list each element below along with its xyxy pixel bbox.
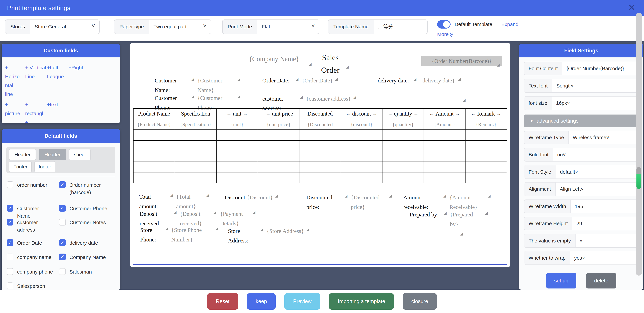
resize-handle-icon[interactable] [488, 194, 492, 199]
tab-sheet[interactable]: sheet [69, 149, 91, 160]
field-prepared-by[interactable]: Prepared by: {Prepared by} [410, 210, 489, 229]
bold-font-select[interactable]: Bold font no [524, 148, 639, 162]
more-link[interactable]: More [437, 32, 448, 37]
resize-handle-icon[interactable] [353, 96, 357, 100]
add-picture-link[interactable]: + picture [5, 100, 22, 118]
import-template-button[interactable]: Importing a template [329, 293, 394, 310]
reset-button[interactable]: Reset [207, 293, 238, 310]
field-total-amount[interactable]: Total amount: {Total amount} [139, 192, 210, 211]
wireframe-width-field[interactable]: Wireframe Width 195 [524, 199, 639, 213]
resize-handle-icon[interactable] [216, 227, 219, 231]
resize-handle-icon[interactable] [174, 211, 178, 215]
checkbox-icon[interactable] [7, 205, 14, 212]
page-scrollbar[interactable] [636, 13, 642, 275]
checkbox-icon[interactable] [7, 239, 14, 246]
tab-footer-2[interactable]: footer [34, 161, 55, 172]
resize-handle-icon[interactable] [170, 194, 174, 198]
resize-handle-icon[interactable] [463, 99, 466, 103]
checkbox-icon[interactable] [59, 268, 66, 275]
alignment-select[interactable]: Alignment Align Left [524, 182, 639, 196]
resize-handle-icon[interactable] [444, 211, 448, 216]
checkbox-delivery-date[interactable]: delivery date [59, 239, 110, 247]
resize-handle-icon[interactable] [260, 228, 264, 232]
expand-link[interactable]: Expand [502, 22, 518, 27]
field-payment-details[interactable]: {Payment Details} [220, 209, 256, 228]
paper-type-select[interactable]: Paper type Two equal part [114, 20, 211, 34]
delete-button[interactable]: delete [586, 273, 616, 288]
checkbox-icon[interactable] [7, 219, 14, 225]
checkbox-icon[interactable] [59, 239, 66, 246]
resize-handle-icon[interactable] [485, 211, 489, 216]
checkbox-customer-notes[interactable]: Customer Notes [59, 219, 110, 226]
closure-button[interactable]: closure [402, 293, 437, 310]
field-discount[interactable]: Discount: {Discount} [224, 193, 279, 202]
close-icon[interactable]: ✕ [628, 3, 635, 12]
wireframe-type-select[interactable]: Wireframe Type Wireless frame [524, 131, 639, 144]
resize-handle-icon[interactable] [238, 77, 241, 82]
resize-handle-icon[interactable] [300, 96, 304, 100]
add-right-link[interactable]: +Right [68, 63, 90, 72]
template-name-field[interactable]: Template Name 二等分 [328, 20, 428, 34]
resize-handle-icon[interactable] [192, 95, 195, 99]
resize-handle-icon[interactable] [238, 95, 241, 99]
resize-handle-icon[interactable] [414, 77, 417, 82]
checkbox-salesperson-phone[interactable]: Salesperson Phone [7, 282, 47, 290]
checkbox-customer-phone[interactable]: Customer Phone [59, 205, 110, 212]
stores-select[interactable]: Stores Store General [5, 20, 100, 34]
font-content-field[interactable]: Font Content {Order Number(Barcode)} [524, 62, 639, 75]
checkbox-icon[interactable] [7, 268, 14, 275]
resize-handle-icon[interactable] [253, 211, 256, 215]
field-order-date[interactable]: Order Date: {Order Date} [262, 76, 339, 85]
preview-button[interactable]: Preview [284, 293, 320, 310]
field-amount-receivable[interactable]: Amount receivable: {Amount Receivable} [403, 193, 492, 212]
template-sheet[interactable]: {Company Name} Sales Order {Order Number… [133, 46, 507, 265]
checkbox-icon[interactable] [7, 181, 14, 188]
doc-title[interactable]: Sales Order [314, 51, 347, 76]
checkbox-icon[interactable] [7, 282, 14, 289]
checkbox-icon[interactable] [59, 219, 66, 225]
company-name-placeholder[interactable]: {Company Name} [249, 55, 299, 63]
order-barcode-placeholder[interactable]: {Order Number(Barcode)} [422, 56, 502, 66]
resize-handle-icon[interactable] [389, 194, 393, 199]
keep-button[interactable]: keep [247, 293, 276, 310]
checkbox-icon[interactable] [59, 181, 66, 188]
resize-handle-icon[interactable] [213, 211, 217, 215]
resize-handle-icon[interactable] [460, 232, 464, 237]
field-customer-name[interactable]: Customer Name: {Customer Name} [155, 76, 241, 95]
resize-handle-icon[interactable] [306, 228, 310, 232]
checkbox-salesman[interactable]: Salesman [59, 268, 110, 275]
checkbox-customer-address[interactable]: customer address [7, 219, 44, 233]
add-text-link[interactable]: +text [47, 100, 66, 109]
checkbox-order-number[interactable]: order number [7, 181, 52, 189]
font-size-select[interactable]: font size 16px [524, 96, 639, 110]
default-template-toggle[interactable] [437, 20, 450, 29]
checkbox-company-name[interactable]: Company Name [59, 253, 110, 261]
font-style-select[interactable]: Font Style default [524, 165, 639, 179]
wireframe-height-field[interactable]: Wireframe Height 29 [524, 217, 639, 230]
resize-handle-icon[interactable] [309, 63, 312, 67]
field-discounted-price[interactable]: Discounted price: {Discounted price} [306, 193, 393, 212]
add-rectangle-link[interactable]: + rectangle [25, 100, 44, 123]
add-vertical-line-link[interactable]: + Vertical Line [25, 63, 46, 81]
checkbox-company-phone[interactable]: company phone [7, 268, 56, 275]
set-up-button[interactable]: set up [546, 273, 576, 288]
items-table[interactable]: Product Name Specification unit unit pri… [133, 108, 507, 183]
tab-header-1[interactable]: Header [9, 149, 36, 160]
print-mode-select[interactable]: Print Mode Flat [222, 20, 320, 34]
scrollbar-thumb[interactable] [636, 167, 641, 189]
text-font-select[interactable]: Text font Songti [524, 79, 639, 93]
checkbox-company-name-lc[interactable]: company name [7, 253, 56, 261]
resize-handle-icon[interactable] [346, 65, 350, 70]
resize-handle-icon[interactable] [206, 194, 210, 198]
resize-handle-icon[interactable] [192, 77, 195, 82]
checkbox-order-number-barcode[interactable]: Order number (barcode) [59, 181, 110, 196]
advanced-settings-toggle[interactable]: advanced settings [524, 115, 639, 127]
resize-handle-icon[interactable] [275, 194, 279, 199]
wrap-select[interactable]: Whether to wrap yes [524, 251, 639, 265]
checkbox-order-date[interactable]: Order Date [7, 239, 52, 247]
value-empty-select[interactable]: The value is empty [524, 234, 639, 248]
tab-header-2[interactable]: Header [38, 149, 66, 160]
resize-handle-icon[interactable] [296, 77, 300, 82]
tab-footer-1[interactable]: Footer [9, 161, 32, 172]
resize-handle-icon[interactable] [497, 63, 500, 68]
